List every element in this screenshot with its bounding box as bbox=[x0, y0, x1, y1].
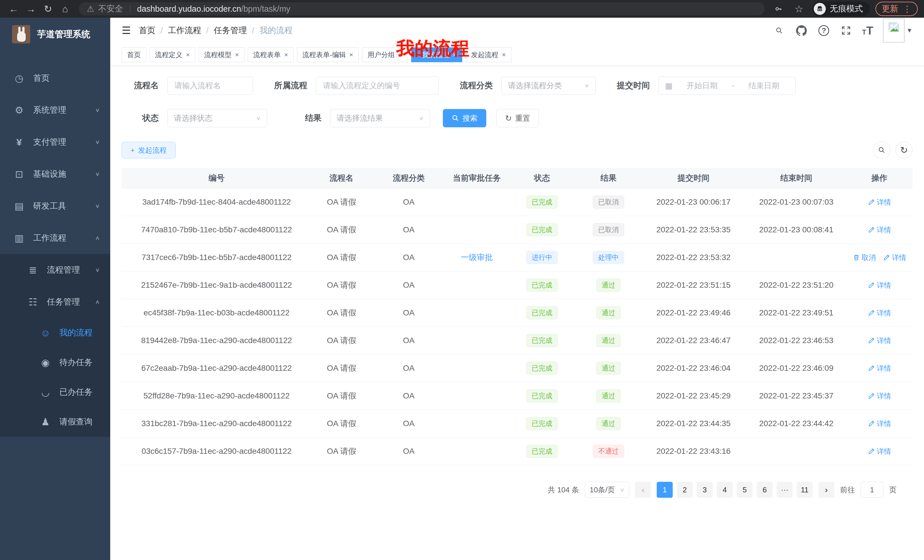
cell-process-name: OA 请假 bbox=[312, 225, 372, 235]
sidebar-item-process-mgmt[interactable]: 流程管理 bbox=[0, 254, 110, 286]
cell-end-time: 2022-01-23 00:07:03 bbox=[746, 198, 846, 207]
view-tab[interactable]: ● 流程表单-编辑 × bbox=[297, 47, 358, 62]
key-icon[interactable] bbox=[771, 1, 786, 16]
page-button[interactable]: 4 bbox=[717, 482, 733, 498]
row-action-link[interactable]: 详情 bbox=[868, 419, 891, 428]
sidebar-item-task-mgmt[interactable]: 任务管理 bbox=[0, 286, 110, 318]
view-tab[interactable]: ● 流程表单 × bbox=[248, 47, 294, 62]
row-action-link[interactable]: 详情 bbox=[868, 281, 891, 290]
collapse-sidebar-icon[interactable]: ☰ bbox=[122, 24, 131, 36]
caret-down-icon[interactable]: ▼ bbox=[906, 27, 913, 34]
close-icon[interactable]: × bbox=[235, 51, 239, 59]
close-icon[interactable]: × bbox=[284, 51, 288, 59]
font-size-icon[interactable]: TT bbox=[862, 25, 873, 36]
workflow-submenu: 流程管理 任务管理 我的流程 待办任务 已办任务 bbox=[0, 254, 110, 437]
help-icon[interactable]: ? bbox=[818, 24, 830, 37]
reload-icon[interactable]: ↻ bbox=[40, 1, 56, 16]
prev-page-button[interactable]: ‹ bbox=[635, 482, 651, 498]
avatar[interactable] bbox=[883, 18, 904, 42]
sidebar-item[interactable]: 基础设施 bbox=[0, 158, 110, 190]
status-select[interactable]: 请选择状态 ∨ bbox=[167, 109, 267, 127]
chevron-down-icon bbox=[95, 267, 100, 273]
start-process-button[interactable]: + 发起流程 bbox=[122, 142, 176, 159]
sidebar-subitem[interactable]: 待办任务 bbox=[0, 347, 110, 377]
github-icon[interactable] bbox=[795, 24, 808, 37]
current-task-link[interactable]: 一级审批 bbox=[461, 252, 493, 263]
edit-icon bbox=[868, 198, 875, 206]
goto-page-input[interactable] bbox=[861, 482, 884, 498]
sidebar-item[interactable]: 首页 bbox=[0, 62, 110, 94]
fullscreen-icon[interactable] bbox=[840, 24, 852, 37]
sidebar-item[interactable]: 工作流程 bbox=[0, 222, 110, 254]
page-button[interactable]: 5 bbox=[736, 482, 753, 498]
result-select[interactable]: 请选择流结果 ∨ bbox=[330, 109, 430, 127]
search-button[interactable]: 搜索 bbox=[443, 109, 486, 127]
address-bar[interactable]: ⚠ 不安全 dashboard.yudao.iocoder.cn/bpm/tas… bbox=[79, 2, 765, 15]
row-action-link[interactable]: 详情 bbox=[868, 198, 891, 207]
sidebar-subitem[interactable]: 已办任务 bbox=[0, 377, 110, 407]
page-buttons: 123456···11 bbox=[657, 482, 813, 498]
process-name-input[interactable] bbox=[174, 81, 246, 90]
breadcrumb-home[interactable]: 首页 bbox=[139, 25, 155, 36]
cell-end-time: 2022-01-22 23:46:09 bbox=[746, 364, 846, 373]
submit-time-range-picker[interactable]: ▦ 开始日期 - 结束日期 bbox=[658, 76, 795, 95]
view-tab[interactable]: ● 流程模型 × bbox=[199, 47, 244, 62]
edit-icon bbox=[868, 364, 875, 372]
page-button[interactable]: 2 bbox=[677, 482, 693, 498]
toggle-search-button[interactable] bbox=[873, 142, 890, 159]
page-button[interactable]: 11 bbox=[796, 482, 813, 498]
view-tab[interactable]: ● 发起流程 × bbox=[466, 47, 512, 62]
menu-dots-icon[interactable]: ⋮ bbox=[903, 4, 911, 14]
back-icon[interactable]: ← bbox=[6, 1, 21, 16]
row-action-link[interactable]: 详情 bbox=[868, 225, 891, 235]
bookmark-star-icon[interactable]: ☆ bbox=[792, 1, 806, 16]
row-action-link[interactable]: 取消 bbox=[853, 253, 876, 262]
page-size-select[interactable]: 10条/页 ∨ bbox=[585, 482, 629, 498]
view-tab[interactable]: ● 流程定义 × bbox=[150, 47, 195, 62]
process-definition-input[interactable] bbox=[322, 81, 432, 90]
annotation-overlay: 我的流程 bbox=[396, 36, 470, 61]
view-tab[interactable]: ● 首页 × bbox=[122, 47, 146, 62]
breadcrumb: 首页 / 工作流程 / 任务管理 / 我的流程 bbox=[139, 25, 292, 36]
category-select[interactable]: 请选择流程分类 ∨ bbox=[501, 76, 596, 95]
result-badge: 通过 bbox=[596, 334, 621, 347]
row-action-link[interactable]: 详情 bbox=[883, 253, 906, 262]
page-button[interactable]: 6 bbox=[757, 482, 772, 498]
result-badge: 通过 bbox=[596, 417, 621, 430]
sidebar-item[interactable]: 研发工具 bbox=[0, 190, 110, 222]
sidebar-subitem[interactable]: 我的流程 bbox=[0, 318, 110, 347]
cell-actions: 详情 bbox=[846, 391, 913, 401]
row-action-link[interactable]: 详情 bbox=[868, 308, 891, 318]
page-button[interactable]: ··· bbox=[777, 482, 793, 498]
page-button[interactable]: 1 bbox=[657, 482, 673, 498]
search-icon[interactable] bbox=[773, 24, 786, 37]
breadcrumb-workflow[interactable]: 工作流程 bbox=[168, 25, 201, 36]
filter-label-status: 状态 bbox=[122, 112, 159, 124]
close-icon[interactable]: × bbox=[502, 51, 506, 59]
chevron-down-icon: ∨ bbox=[256, 115, 261, 121]
sidebar-item[interactable]: 系统管理 bbox=[0, 94, 110, 126]
row-action-link[interactable]: 详情 bbox=[868, 336, 891, 345]
refresh-table-button[interactable]: ↻ bbox=[896, 142, 913, 159]
next-page-button[interactable]: › bbox=[818, 482, 834, 498]
row-action-link[interactable]: 详情 bbox=[868, 391, 891, 401]
pagination: 共 104 条 10条/页 ∨ ‹ 123456···11 › 前往 页 bbox=[122, 482, 897, 498]
breadcrumb-current: 我的流程 bbox=[259, 25, 292, 36]
cell-category: OA bbox=[372, 364, 446, 373]
reset-button[interactable]: ↻ 重置 bbox=[496, 109, 539, 127]
tab-label: 流程定义 bbox=[155, 50, 183, 59]
row-action-link[interactable]: 详情 bbox=[868, 447, 891, 456]
edit-icon bbox=[868, 281, 875, 289]
sidebar-item[interactable]: 支付管理 bbox=[0, 126, 110, 158]
filter-row-1: 流程名 所属流程 流程分类 请选择流程分类 ∨ 提交时间 ▦ bbox=[122, 76, 913, 95]
close-icon[interactable]: × bbox=[349, 51, 353, 59]
close-icon[interactable]: × bbox=[186, 51, 190, 59]
page-button[interactable]: 3 bbox=[697, 482, 713, 498]
row-action-link[interactable]: 详情 bbox=[868, 364, 891, 373]
sidebar-subitem[interactable]: 请假查询 bbox=[0, 407, 110, 437]
sidebar-item-label: 基础设施 bbox=[33, 168, 95, 180]
forward-icon[interactable]: → bbox=[23, 1, 38, 16]
update-button[interactable]: 更新 ⋮ bbox=[876, 2, 918, 16]
home-icon[interactable]: ⌂ bbox=[58, 1, 72, 16]
breadcrumb-task-mgmt[interactable]: 任务管理 bbox=[214, 25, 247, 36]
